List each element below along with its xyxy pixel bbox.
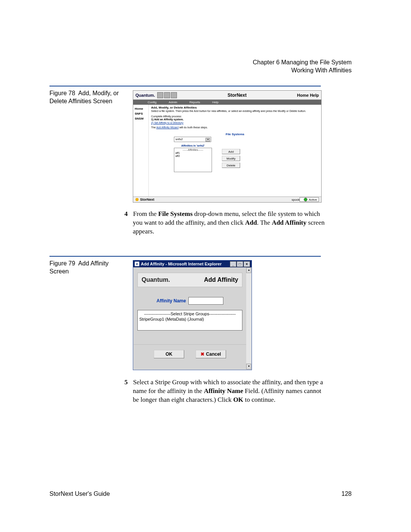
header-icons (157, 92, 177, 98)
chevron-down-icon[interactable]: ▾ (206, 138, 210, 142)
sidebar-item-home[interactable]: Home (133, 106, 148, 111)
figure78-label: Figure 78 (49, 90, 75, 96)
dialog-titlebar: e Add Affinity - Microsoft Internet Expl… (133, 260, 252, 267)
rule (49, 86, 321, 86)
t-bold: Affinity Name (204, 387, 243, 395)
scrollbar[interactable]: ▴ ▾ (246, 267, 251, 369)
t-bold: OK (233, 396, 243, 403)
file-systems-select[interactable]: snfs2 ▾ (174, 137, 211, 142)
affinities-header: ------Affinities------ (175, 149, 210, 152)
process-step1: 1) Add an Affinity system. (151, 118, 183, 121)
affinity-name-label: Affinity Name (156, 298, 186, 304)
status-product: StorNext (140, 198, 155, 201)
stripe-groups-header: -------------------Select Stripe Groups-… (139, 311, 241, 316)
header-icon (171, 92, 177, 98)
affinities-label: Affinities in 'snfs2' (174, 144, 212, 147)
delete-button[interactable]: Delete (222, 163, 240, 168)
wizard-post: will do both these steps. (178, 126, 208, 129)
step5-text: 5 Select a Stripe Group with which to as… (133, 378, 329, 404)
section-line: Working With Affinities (253, 67, 352, 75)
process-label: Complete Affinity process: (151, 115, 319, 118)
affinities-listbox[interactable]: ------Affinities------ aff1 aff2 (174, 148, 212, 172)
brand-logo: Quantum. (142, 276, 170, 283)
menu-reports[interactable]: Reports (190, 101, 200, 104)
panel-desc: Select a file system. Then press the Add… (151, 110, 319, 113)
t-bold: File Systems (158, 210, 193, 217)
step4-number: 4 (124, 210, 128, 217)
affinity-item[interactable]: aff2 (175, 155, 210, 158)
status-state-pill: Active (299, 197, 319, 202)
active-dot-icon (304, 198, 307, 201)
sidebar: Home SNFS SNSM (133, 105, 149, 197)
panel-heading: Add, Modify, or Delete Affinities (151, 106, 319, 110)
sidebar-item-snfs[interactable]: SNFS (133, 111, 148, 116)
page-header: Chapter 6 Managing the File System Worki… (253, 59, 352, 75)
footer-guide: StorNext User's Guide (49, 490, 110, 497)
add-button[interactable]: Add (222, 149, 240, 154)
dialog-title: Add Affinity (170, 276, 238, 283)
t-bold: Add (245, 219, 257, 226)
status-bar: StorNext spock Active (133, 197, 321, 202)
main-panel: Add, Modify, or Delete Affinities Select… (149, 105, 321, 197)
affinity-item[interactable]: aff1 (175, 152, 210, 155)
t: . The (257, 219, 272, 226)
stornext-admin-screenshot: Quantum. StorNext Home Help Config Admin… (133, 90, 322, 203)
t: From the (133, 210, 158, 217)
modify-button[interactable]: Modify (222, 156, 240, 161)
maximize-icon[interactable]: □ (237, 261, 243, 267)
header-icon (164, 92, 170, 98)
stripe-groups-list[interactable]: -------------------Select Stripe Groups-… (137, 310, 242, 331)
scroll-up-icon[interactable]: ▴ (246, 267, 251, 273)
app-title: StorNext (177, 93, 297, 98)
file-systems-label: File Systems (151, 133, 319, 136)
footer-page-number: 128 (341, 490, 352, 497)
figure78-caption: Figure 78 Add, Modify, or Delete Affinit… (49, 89, 129, 105)
cancel-button[interactable]: ✖ Cancel (196, 350, 226, 358)
figure79-label: Figure 79 (49, 260, 75, 267)
stripe-group-item[interactable]: StripeGroup1 (MetaData) (Journal) (139, 316, 241, 322)
header-icon (157, 92, 163, 98)
menu-admin[interactable]: Admin (169, 101, 177, 104)
status-host: spock (292, 198, 299, 201)
minimize-icon[interactable]: _ (230, 261, 236, 267)
sidebar-item-snsm[interactable]: SNSM (133, 116, 148, 121)
dialog-header-band: Quantum. Add Affinity (137, 273, 242, 287)
status-state: Active (309, 198, 317, 201)
menu-help[interactable]: Help (212, 101, 218, 104)
affinity-name-input[interactable] (188, 297, 223, 305)
cancel-label: Cancel (206, 351, 221, 357)
ok-label: OK (166, 351, 172, 357)
scroll-down-icon[interactable]: ▾ (246, 364, 251, 369)
app-header: Quantum. StorNext Home Help (133, 91, 321, 100)
home-help-links[interactable]: Home Help (297, 93, 319, 97)
step5-number: 5 (124, 379, 128, 386)
wizard-line: The Add Affinity Wizard will do both the… (151, 126, 319, 129)
step4-text: 4 From the File Systems drop-down menu, … (133, 210, 327, 236)
menu-config[interactable]: Config (148, 101, 156, 104)
add-affinity-wizard-link[interactable]: Add Affinity Wizard (156, 126, 179, 129)
rule (49, 256, 321, 257)
brand-logo: Quantum. (135, 93, 155, 97)
figure79-caption: Figure 79 Add Affinity Screen (49, 260, 129, 276)
add-affinity-dialog: e Add Affinity - Microsoft Internet Expl… (133, 260, 252, 370)
process-step2-link[interactable]: 2) Set Affinity to a Directory (151, 121, 319, 125)
t-bold: Add Affinity (272, 219, 306, 226)
chapter-line: Chapter 6 Managing the File System (253, 59, 352, 67)
x-icon: ✖ (201, 351, 204, 357)
dialog-window-title: Add Affinity - Microsoft Internet Explor… (141, 262, 221, 266)
ie-app-icon: e (135, 262, 139, 266)
file-systems-value: snfs2 (175, 137, 183, 141)
status-dot-icon (135, 198, 139, 201)
t: to continue. (243, 396, 276, 403)
wizard-pre: The (151, 126, 156, 129)
menubar: Config Admin Reports Help (133, 100, 321, 105)
close-icon[interactable]: × (244, 261, 250, 267)
ok-button[interactable]: OK (154, 350, 184, 358)
